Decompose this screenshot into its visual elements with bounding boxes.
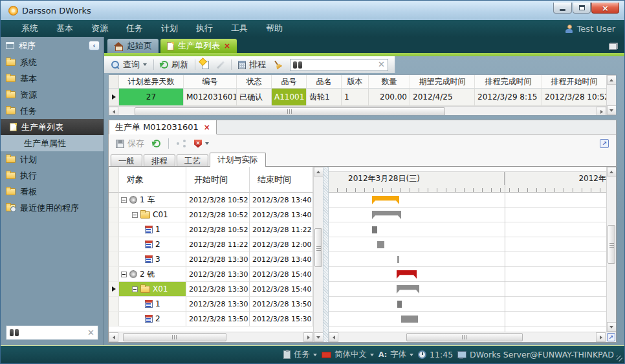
- grid-vscrollbar[interactable]: [606, 75, 616, 115]
- tree-row-7[interactable]: 12012/3/28 13:302012/3/28 13:50: [109, 297, 313, 312]
- gantt-bar-7[interactable]: [397, 301, 402, 308]
- gantt-bar-6[interactable]: [397, 285, 419, 294]
- gantt-vscroll-thumb[interactable]: [608, 225, 615, 264]
- hierarchy-button[interactable]: [175, 138, 188, 149]
- gantt-bar-8[interactable]: [401, 316, 418, 323]
- status-task-menu[interactable]: 任务: [283, 349, 317, 360]
- expander-icon[interactable]: [121, 272, 127, 277]
- tree-row-2[interactable]: 12012/3/28 10:522012/3/28 11:22: [109, 222, 313, 237]
- grid-col-1[interactable]: 编号: [184, 75, 237, 89]
- menu-item-5[interactable]: 执行: [187, 20, 222, 37]
- sidebar-item-7[interactable]: 执行: [1, 167, 104, 184]
- tree-row-6[interactable]: X012012/3/28 13:302012/3/28 15:40: [109, 282, 313, 297]
- grid-hscrollbar[interactable]: [109, 106, 606, 115]
- tab-home[interactable]: 起始页: [107, 39, 159, 53]
- grid-col-0[interactable]: 计划差异天数: [119, 75, 184, 89]
- tree-cell-object[interactable]: 3: [119, 252, 186, 267]
- tree-cell-object[interactable]: 1: [119, 297, 186, 312]
- gantt-hscrollbar[interactable]: [329, 332, 606, 342]
- tree-vscrollbar[interactable]: [313, 167, 323, 342]
- grid-col-3[interactable]: 品号: [272, 75, 307, 89]
- menu-item-6[interactable]: 工具: [222, 20, 257, 37]
- grid-col-2[interactable]: 状态: [237, 75, 272, 89]
- tree-hscrollbar[interactable]: [109, 332, 313, 342]
- sidebar-item-1[interactable]: 基本: [1, 70, 104, 87]
- tab-close-icon[interactable]: ×: [224, 43, 230, 49]
- scroll-left-icon[interactable]: [109, 332, 118, 342]
- expander-icon[interactable]: [121, 197, 127, 203]
- grid-col-5[interactable]: 版本: [342, 75, 369, 89]
- tree-cell-object[interactable]: X01: [119, 282, 186, 297]
- user-indicator[interactable]: Test User: [565, 24, 615, 34]
- scroll-right-icon[interactable]: [596, 332, 606, 342]
- gantt-bar-4[interactable]: [397, 256, 399, 263]
- grid-col-8[interactable]: 排程完成时间: [475, 75, 542, 89]
- tree-cell-object[interactable]: C01: [119, 208, 186, 222]
- close-button[interactable]: ×: [591, 3, 619, 14]
- edit-button[interactable]: [214, 59, 226, 70]
- tree-row-5[interactable]: 2 铣2012/3/28 13:302012/3/28 15:40: [109, 267, 313, 282]
- tree-row-8[interactable]: 22012/3/28 13:502012/3/28 15:30: [109, 312, 313, 327]
- sidebar-item-5[interactable]: 生产单属性: [1, 135, 104, 151]
- validate-button[interactable]: ×: [192, 138, 211, 149]
- scroll-up-icon[interactable]: [607, 75, 617, 85]
- tree-row-3[interactable]: 22012/3/28 11:222012/3/28 12:00: [109, 237, 313, 252]
- scroll-right-icon[interactable]: [597, 107, 606, 115]
- sidebar-item-8[interactable]: 看板: [1, 184, 104, 200]
- gantt-bar-1[interactable]: [372, 211, 401, 219]
- splitter-handle[interactable]: [323, 167, 329, 342]
- grid-data-row[interactable]: 27M012031601已确认A11001齿轮11200.002012/4/25…: [109, 89, 606, 106]
- gantt-bar-0[interactable]: [372, 196, 399, 204]
- expander-icon[interactable]: [132, 286, 138, 292]
- resize-grip[interactable]: [617, 356, 622, 361]
- tab-production-order-list[interactable]: 生产单列表 ×: [160, 39, 237, 53]
- sidebar-item-9[interactable]: 最近使用的程序: [1, 200, 104, 216]
- tree-row-1[interactable]: C012012/3/28 10:522012/3/28 13:40: [109, 208, 313, 222]
- clear-schedule-button[interactable]: [271, 59, 284, 70]
- tree-cell-object[interactable]: 2: [119, 312, 186, 327]
- scroll-up-icon[interactable]: [607, 167, 617, 177]
- detail-tab-close-icon[interactable]: ×: [204, 124, 210, 131]
- tree-vscroll-thumb[interactable]: [314, 228, 322, 267]
- menu-item-2[interactable]: 资源: [82, 20, 117, 37]
- scroll-left-icon[interactable]: [109, 107, 118, 115]
- detail-doc-tab[interactable]: 生产单 M012031601 ×: [109, 120, 217, 134]
- menu-item-0[interactable]: 系统: [12, 20, 47, 37]
- gantt-bar-5[interactable]: [397, 270, 417, 279]
- gantt-popout-button[interactable]: ↗: [606, 332, 616, 342]
- gantt-hscroll-thumb[interactable]: [406, 333, 523, 341]
- window-list-icon[interactable]: [609, 43, 618, 50]
- refresh-button[interactable]: 刷新: [159, 58, 190, 72]
- sidebar-item-2[interactable]: 资源: [1, 87, 104, 103]
- detail-tab-2[interactable]: 工艺: [177, 155, 208, 167]
- grid-col-4[interactable]: 品名: [307, 75, 342, 89]
- scroll-right-icon[interactable]: [303, 332, 313, 342]
- detail-refresh-button[interactable]: [151, 138, 162, 149]
- schedule-button[interactable]: 排程: [236, 58, 268, 72]
- minimize-button[interactable]: [553, 3, 572, 14]
- scroll-down-icon[interactable]: [607, 322, 617, 332]
- tree-cell-object[interactable]: 1: [119, 222, 186, 237]
- status-font-menu[interactable]: A: 字体: [378, 349, 413, 360]
- tree-row-4[interactable]: 32012/3/28 13:302012/3/28 13:40: [109, 252, 313, 267]
- menu-item-4[interactable]: 计划: [152, 20, 187, 37]
- scroll-left-icon[interactable]: [329, 332, 338, 342]
- scroll-down-icon[interactable]: [314, 332, 323, 342]
- popout-button[interactable]: ↗: [598, 138, 611, 149]
- tree-row-0[interactable]: 1 车2012/3/28 10:522012/3/28 13:40: [109, 193, 313, 208]
- tree-hscroll-thumb[interactable]: [123, 333, 226, 341]
- sidebar-item-6[interactable]: 计划: [1, 151, 104, 167]
- scroll-up-icon[interactable]: [314, 167, 323, 177]
- gantt-bar-2[interactable]: [372, 226, 377, 233]
- grid-col-9[interactable]: 排程开始时间: [542, 75, 606, 89]
- new-button[interactable]: [200, 59, 211, 70]
- grid-col-6[interactable]: 数量: [369, 75, 410, 89]
- status-language-menu[interactable]: 简体中文: [322, 349, 374, 360]
- toolbar-search-clear-icon[interactable]: ✕: [378, 61, 385, 69]
- detail-tab-1[interactable]: 排程: [144, 155, 175, 167]
- save-button[interactable]: 保存: [114, 136, 146, 151]
- menu-item-1[interactable]: 基本: [47, 20, 82, 37]
- expander-icon[interactable]: [132, 212, 138, 218]
- sidebar-collapse-button[interactable]: ‹: [89, 41, 100, 50]
- grid-col-7[interactable]: 期望完成时间: [410, 75, 475, 89]
